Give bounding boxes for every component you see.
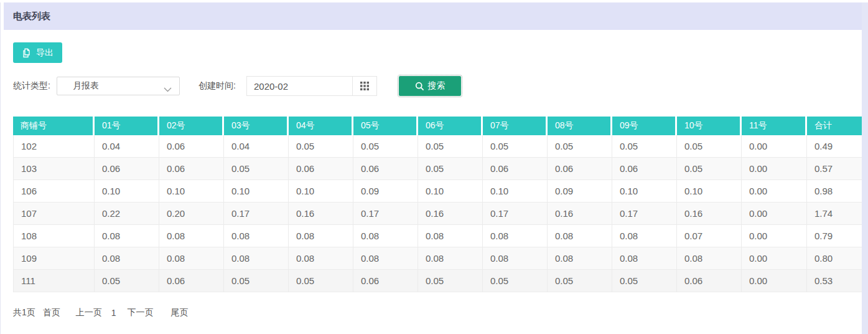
value-cell: 0.16 (289, 203, 353, 225)
value-cell: 0.49 (807, 135, 862, 158)
column-header: 01号 (95, 117, 159, 135)
first-page-link[interactable]: 首页 (43, 307, 60, 318)
value-cell: 0.06 (353, 158, 418, 180)
column-header: 05号 (353, 117, 418, 135)
value-cell: 0.79 (807, 225, 862, 247)
create-time-label: 创建时间: (198, 80, 246, 92)
value-cell: 0.05 (289, 135, 353, 158)
table-row: 1020.040.060.040.050.050.050.050.050.050… (13, 135, 862, 158)
column-header: 11号 (742, 117, 807, 135)
next-page-link[interactable]: 下一页 (128, 307, 154, 318)
value-cell: 0.05 (418, 135, 483, 158)
value-cell: 0.06 (289, 158, 353, 180)
stat-type-select[interactable]: 月报表 (57, 77, 180, 95)
value-cell: 0.17 (483, 203, 548, 225)
export-button-label: 导出 (36, 47, 54, 59)
panel-header: 电表列表 (4, 2, 862, 30)
shop-number-cell: 106 (13, 180, 95, 203)
value-cell: 0.05 (483, 135, 548, 158)
value-cell: 0.22 (95, 203, 159, 225)
column-header: 07号 (483, 117, 548, 135)
shop-number-cell: 109 (13, 247, 95, 270)
value-cell: 0.04 (224, 135, 289, 158)
value-cell: 0.05 (289, 270, 353, 292)
value-cell: 0.00 (742, 180, 807, 203)
value-cell: 0.05 (418, 270, 483, 292)
export-button[interactable]: 导出 (13, 42, 62, 63)
value-cell: 0.00 (742, 203, 807, 225)
value-cell: 0.08 (612, 247, 677, 270)
value-cell: 0.06 (353, 270, 418, 292)
column-header: 06号 (418, 117, 483, 135)
value-cell: 0.08 (483, 247, 548, 270)
value-cell: 0.08 (548, 247, 612, 270)
copy-pages-icon (22, 48, 32, 58)
value-cell: 0.06 (483, 158, 548, 180)
value-cell: 0.06 (159, 158, 224, 180)
value-cell: 0.80 (807, 247, 862, 270)
value-cell: 0.06 (548, 158, 612, 180)
page-count-text: 共1页 (13, 307, 35, 318)
value-cell: 0.17 (612, 203, 677, 225)
value-cell: 0.17 (353, 203, 418, 225)
stat-type-label: 统计类型: (13, 80, 57, 92)
search-button[interactable]: 搜索 (399, 76, 461, 96)
meter-table-head: 商铺号01号02号03号04号05号06号07号08号09号10号11号合计 (13, 117, 862, 135)
value-cell: 0.53 (807, 270, 862, 292)
page-right-strip (862, 2, 868, 334)
value-cell: 0.08 (95, 247, 159, 270)
page-title: 电表列表 (13, 11, 50, 22)
value-cell: 0.06 (159, 270, 224, 292)
meter-list-panel: 电表列表 导出 统计类型: 月报表 (0, 2, 868, 334)
column-header: 02号 (159, 117, 224, 135)
table-row: 1110.050.060.050.050.060.050.050.050.050… (13, 270, 862, 292)
table-row: 1030.060.060.050.060.060.050.060.060.060… (13, 158, 862, 180)
value-cell: 0.08 (289, 247, 353, 270)
value-cell: 0.05 (548, 270, 612, 292)
column-header: 09号 (612, 117, 677, 135)
value-cell: 0.08 (353, 247, 418, 270)
panel-content: 导出 统计类型: 月报表 创建时间: (1, 30, 868, 318)
create-time-input-group (246, 76, 377, 96)
value-cell: 0.05 (483, 270, 548, 292)
value-cell: 1.74 (807, 203, 862, 225)
value-cell: 0.16 (548, 203, 612, 225)
value-cell: 0.05 (677, 158, 742, 180)
value-cell: 0.09 (353, 180, 418, 203)
value-cell: 0.06 (612, 158, 677, 180)
column-header: 08号 (548, 117, 612, 135)
create-time-input[interactable] (246, 76, 352, 96)
value-cell: 0.05 (677, 135, 742, 158)
table-row: 1060.100.100.100.100.090.100.100.090.100… (13, 180, 862, 203)
value-cell: 0.00 (742, 270, 807, 292)
value-cell: 0.05 (353, 135, 418, 158)
value-cell: 0.06 (95, 158, 159, 180)
value-cell: 0.00 (742, 225, 807, 247)
header-row: 商铺号01号02号03号04号05号06号07号08号09号10号11号合计 (13, 117, 862, 135)
value-cell: 0.08 (483, 225, 548, 247)
value-cell: 0.08 (353, 225, 418, 247)
column-header: 合计 (807, 117, 862, 135)
meter-table: 商铺号01号02号03号04号05号06号07号08号09号10号11号合计 1… (13, 117, 862, 292)
table-row: 1070.220.200.170.160.170.160.170.160.170… (13, 203, 862, 225)
prev-page-link[interactable]: 上一页 (76, 307, 102, 318)
table-row: 1080.080.080.080.080.080.080.080.080.080… (13, 225, 862, 247)
value-cell: 0.08 (289, 225, 353, 247)
calendar-picker-button[interactable] (352, 76, 377, 96)
value-cell: 0.05 (95, 270, 159, 292)
current-page-number[interactable]: 1 (111, 308, 116, 318)
pagination: 共1页 首页 上一页 1 下一页 尾页 (13, 307, 862, 318)
shop-number-cell: 111 (13, 270, 95, 292)
value-cell: 0.16 (677, 203, 742, 225)
filter-row: 统计类型: 月报表 创建时间: (13, 76, 862, 96)
value-cell: 0.08 (418, 247, 483, 270)
last-page-link[interactable]: 尾页 (171, 307, 189, 318)
value-cell: 0.04 (95, 135, 159, 158)
value-cell: 0.05 (612, 270, 677, 292)
value-cell: 0.16 (418, 203, 483, 225)
value-cell: 0.06 (159, 135, 224, 158)
value-cell: 0.05 (418, 158, 483, 180)
value-cell: 0.09 (548, 180, 612, 203)
value-cell: 0.05 (224, 270, 289, 292)
value-cell: 0.10 (483, 180, 548, 203)
